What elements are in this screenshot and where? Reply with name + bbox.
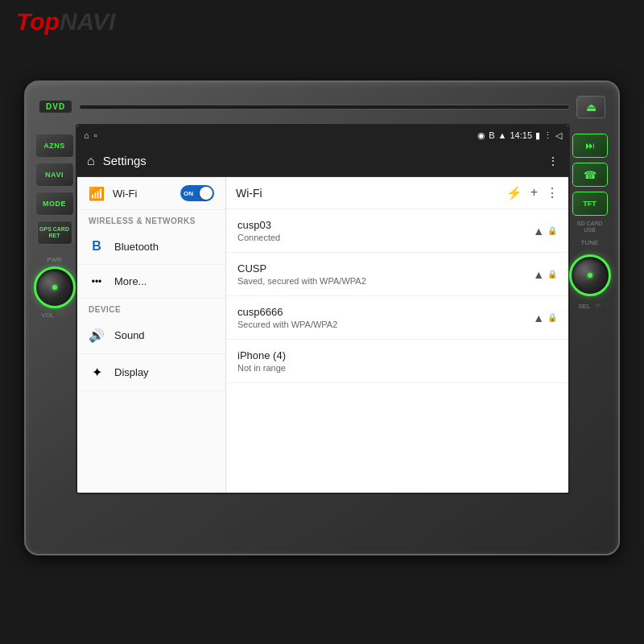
- toggle-knob: [200, 187, 213, 200]
- gps-card-button[interactable]: GPS CARDRET: [37, 221, 72, 245]
- brand-logo: TopNAVI: [16, 8, 115, 35]
- wifi-panel-title: Wi-Fi: [236, 187, 500, 200]
- tft-button[interactable]: TFT: [572, 192, 608, 216]
- sidebar-item-bluetooth[interactable]: B Bluetooth: [77, 229, 225, 265]
- azns-button[interactable]: AZNS: [35, 134, 74, 158]
- logo-top: Top: [16, 8, 60, 35]
- vol-knob[interactable]: [34, 266, 76, 308]
- network-signal-cusp03: ▲ 🔒: [533, 225, 557, 237]
- bluetooth-nav-label: Bluetooth: [114, 241, 159, 253]
- sidebar-item-display[interactable]: ✦ Display: [77, 354, 225, 391]
- wifi-panel: Wi-Fi ⚡ + ⋮ cusp03 Connected: [226, 177, 568, 493]
- wifi-more-icon[interactable]: ⋮: [546, 185, 559, 200]
- sel-knob[interactable]: [569, 254, 611, 296]
- sel-label: SEL: [578, 303, 590, 310]
- content-area: 📶 Wi-Fi WIRELESS & NETWORKS B Bluetooth: [77, 177, 568, 493]
- network-status-cusp: Saved, secured with WPA/WPA2: [237, 276, 533, 286]
- wifi-nav-label: Wi-Fi: [113, 188, 172, 200]
- network-item-cusp6666[interactable]: cusp6666 Secured with WPA/WPA2 ▲ 🔒: [226, 296, 568, 340]
- location-icon: ◉: [477, 130, 485, 141]
- wifi-nav-icon: 📶: [89, 186, 105, 201]
- network-info-cusp6666: cusp6666 Secured with WPA/WPA2: [237, 306, 533, 329]
- wifi-signal-icon-cusp6666: ▲: [533, 312, 544, 324]
- vol-label: VOL: [41, 312, 54, 319]
- network-signal-cusp: ▲ 🔒: [533, 268, 557, 281]
- network-name-cusp03: cusp03: [237, 219, 533, 231]
- home-status-icon: ⌂: [84, 130, 89, 140]
- wireless-section-header: WIRELESS & NETWORKS: [77, 210, 225, 229]
- network-info-iphone4: iPhone (4) Not in range: [237, 349, 557, 373]
- network-info-cusp03: cusp03 Connected: [237, 219, 533, 242]
- display-nav-label: Display: [114, 366, 149, 378]
- network-name-iphone4: iPhone (4): [237, 349, 557, 361]
- network-item-cusp03[interactable]: cusp03 Connected ▲ 🔒: [226, 209, 568, 253]
- network-signal-cusp6666: ▲ 🔒: [533, 312, 557, 324]
- status-left: ⌂ ▫: [84, 130, 97, 140]
- sd-usb-label: SD CARDUSB: [577, 221, 603, 234]
- network-name-cusp: CUSP: [237, 262, 533, 275]
- wifi-toggle-switch[interactable]: [180, 185, 214, 201]
- sidebar-item-sound[interactable]: 🔊 Sound: [77, 317, 225, 354]
- nav-panel: 📶 Wi-Fi WIRELESS & NETWORKS B Bluetooth: [77, 177, 226, 493]
- dvd-row: DVD: [32, 89, 612, 125]
- display-nav-icon: ✦: [89, 365, 105, 380]
- dvd-slot: [79, 105, 570, 109]
- app-bar: ⌂ Settings ⋮: [77, 145, 568, 177]
- wifi-header-icons: ⚡ + ⋮: [506, 185, 559, 200]
- sidebar-item-more[interactable]: ••• More...: [77, 265, 225, 299]
- lock-icon-cusp6666: 🔒: [547, 313, 557, 322]
- bluetooth-status-icon: B: [489, 130, 494, 140]
- tune-label: TUNE: [581, 239, 599, 246]
- wifi-signal-icon-cusp: ▲: [533, 268, 544, 281]
- network-item-cusp[interactable]: CUSP Saved, secured with WPA/WPA2 ▲ 🔒: [226, 253, 568, 296]
- wifi-flash-icon[interactable]: ⚡: [506, 185, 522, 200]
- overflow-status-icon: ⋮: [543, 130, 552, 141]
- network-item-iphone4[interactable]: iPhone (4) Not in range: [226, 340, 568, 383]
- ir-label: IR: [596, 303, 601, 310]
- navi-button[interactable]: NAVI: [35, 163, 74, 187]
- car-unit: DVD ⌂ ▫ ◉ B ▲ 14:15 ▮ ⋮ ◁: [24, 80, 620, 555]
- wifi-signal-icon-cusp03: ▲: [533, 225, 544, 237]
- bluetooth-nav-icon: B: [89, 239, 105, 254]
- lock-icon-cusp: 🔒: [547, 270, 557, 279]
- android-ui: ⌂ ▫ ◉ B ▲ 14:15 ▮ ⋮ ◁ ⌂ Settings ⋮: [77, 126, 568, 493]
- wifi-panel-header: Wi-Fi ⚡ + ⋮: [226, 177, 568, 209]
- sound-nav-label: Sound: [114, 329, 145, 341]
- skip-button[interactable]: ⏭: [572, 134, 608, 158]
- status-bar: ⌂ ▫ ◉ B ▲ 14:15 ▮ ⋮ ◁: [77, 126, 568, 145]
- app-bar-overflow-icon[interactable]: ⋮: [547, 155, 559, 167]
- back-status-icon: ◁: [555, 130, 562, 141]
- sound-nav-icon: 🔊: [89, 328, 105, 343]
- network-info-cusp: CUSP Saved, secured with WPA/WPA2: [237, 262, 533, 286]
- vol-knob-area: PWR VOL MIC: [34, 256, 76, 319]
- lock-icon-cusp03: 🔒: [547, 226, 557, 235]
- network-status-cusp03: Connected: [237, 233, 533, 242]
- more-nav-icon: •••: [89, 276, 105, 287]
- wifi-add-icon[interactable]: +: [530, 185, 538, 200]
- network-status-cusp6666: Secured with WPA/WPA2: [237, 320, 533, 329]
- wifi-toggle-row[interactable]: 📶 Wi-Fi: [77, 177, 225, 210]
- side-buttons-left: AZNS NAVI MODE GPS CARDRET PWR VOL MIC: [32, 130, 76, 319]
- mode-button[interactable]: MODE: [35, 192, 74, 216]
- app-bar-title: Settings: [103, 154, 539, 167]
- mic-label: MIC: [57, 312, 68, 319]
- logo-navi: NAVI: [60, 8, 115, 35]
- more-nav-label: More...: [114, 275, 147, 287]
- network-name-cusp6666: cusp6666: [237, 306, 533, 318]
- status-time: 14:15: [510, 130, 532, 140]
- eject-button[interactable]: [576, 96, 605, 118]
- status-settings-icon: ▫: [94, 130, 97, 140]
- app-bar-home-icon[interactable]: ⌂: [87, 154, 95, 168]
- phone-button[interactable]: ☎: [572, 163, 608, 187]
- pwr-label: PWR: [47, 256, 62, 263]
- network-status-iphone4: Not in range: [237, 363, 557, 373]
- status-right: ◉ B ▲ 14:15 ▮ ⋮ ◁: [477, 130, 562, 141]
- app-bar-icons: ⋮: [547, 155, 559, 167]
- side-buttons-right: ⏭ ☎ TFT SD CARDUSB TUNE SEL IR: [568, 130, 612, 310]
- wifi-status-icon: ▲: [498, 130, 507, 140]
- battery-icon: ▮: [535, 130, 540, 141]
- device-section-header: DEVICE: [77, 299, 225, 317]
- main-screen: ⌂ ▫ ◉ B ▲ 14:15 ▮ ⋮ ◁ ⌂ Settings ⋮: [76, 124, 570, 494]
- dvd-label: DVD: [39, 100, 72, 114]
